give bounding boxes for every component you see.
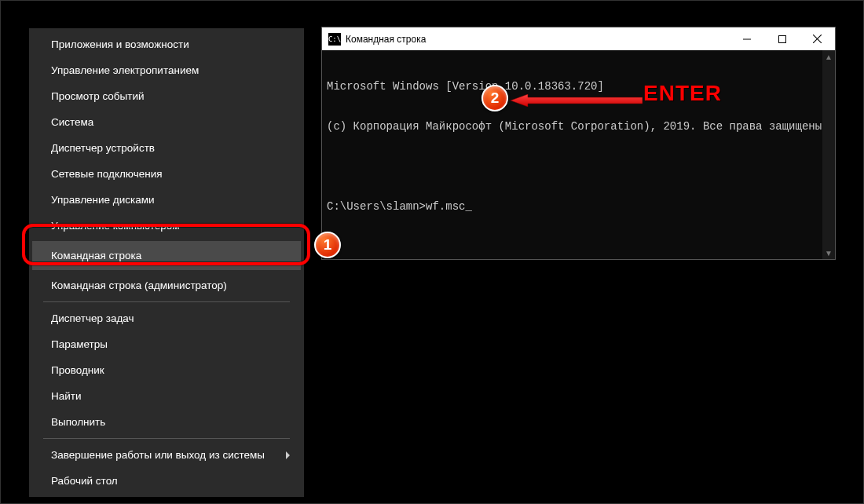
annotation-badge-1: 1 — [314, 232, 341, 258]
annotation-enter-label: ENTER — [643, 81, 722, 106]
menu-item-apps-features[interactable]: Приложения и возможности — [29, 31, 304, 57]
scrollbar[interactable]: ▲ ▼ — [822, 50, 835, 259]
menu-item-network-connections[interactable]: Сетевые подключения — [29, 161, 304, 187]
menu-item-system[interactable]: Система — [29, 109, 304, 135]
annotation-badge-2: 2 — [481, 85, 508, 111]
menu-item-disk-management[interactable]: Управление дисками — [29, 187, 304, 213]
menu-item-shutdown-signout[interactable]: Завершение работы или выход из системы — [29, 442, 304, 468]
menu-item-command-prompt-admin[interactable]: Командная строка (администратор) — [29, 272, 304, 298]
minimize-button[interactable] — [729, 27, 764, 50]
menu-item-computer-management[interactable]: Управление компьютером — [29, 213, 304, 239]
maximize-button[interactable] — [764, 27, 800, 50]
menu-item-command-prompt[interactable]: Командная строка — [32, 241, 301, 270]
window-titlebar[interactable]: C:\ Командная строка — [322, 27, 835, 50]
menu-item-search[interactable]: Найти — [29, 383, 304, 409]
menu-separator — [43, 301, 290, 302]
menu-item-run[interactable]: Выполнить — [29, 409, 304, 435]
terminal-prompt-line: C:\Users\slamn>wf.msc_ — [327, 200, 830, 214]
terminal-line: Microsoft Windows [Version 10.0.18363.72… — [327, 80, 830, 93]
terminal-body[interactable]: Microsoft Windows [Version 10.0.18363.72… — [322, 50, 835, 259]
menu-item-event-viewer[interactable]: Просмотр событий — [29, 83, 304, 109]
menu-item-power-options[interactable]: Управление электропитанием — [29, 57, 304, 83]
annotation-arrow-icon — [511, 94, 643, 107]
terminal-blank-line — [327, 160, 830, 173]
svg-marker-4 — [511, 94, 643, 107]
close-button[interactable] — [800, 27, 835, 50]
menu-item-file-explorer[interactable]: Проводник — [29, 357, 304, 383]
winx-power-menu: Приложения и возможности Управление элек… — [29, 28, 304, 497]
terminal-line: (c) Корпорация Майкрософт (Microsoft Cor… — [327, 120, 830, 133]
menu-item-device-manager[interactable]: Диспетчер устройств — [29, 135, 304, 161]
scroll-down-icon[interactable]: ▼ — [822, 247, 835, 259]
window-title: Командная строка — [346, 34, 729, 45]
terminal-input: wf.msc — [426, 200, 465, 213]
menu-item-desktop[interactable]: Рабочий стол — [29, 468, 304, 494]
menu-item-task-manager[interactable]: Диспетчер задач — [29, 305, 304, 331]
menu-separator — [43, 438, 290, 439]
menu-item-settings[interactable]: Параметры — [29, 331, 304, 357]
command-prompt-window: C:\ Командная строка Microsoft Windows [… — [321, 27, 836, 260]
svg-rect-1 — [778, 35, 785, 42]
scroll-up-icon[interactable]: ▲ — [822, 50, 835, 63]
cmd-icon: C:\ — [328, 33, 341, 46]
